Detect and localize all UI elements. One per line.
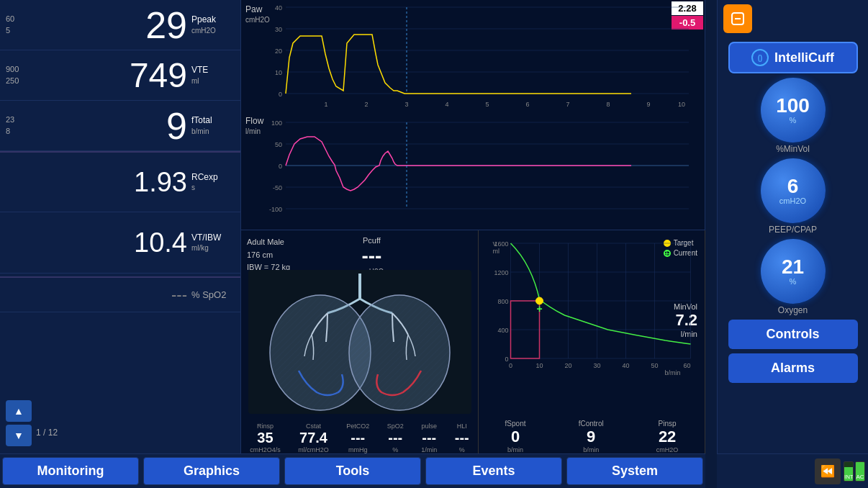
svg-text:40: 40: [275, 4, 282, 12]
vte-row: 900 250 749 VTE ml: [0, 50, 240, 101]
tools-nav-button[interactable]: Tools: [284, 457, 421, 485]
svg-text:30: 30: [593, 362, 600, 369]
vq-svg: 1600 1200 800 400 0 0 10 20 30 40 50 60 …: [484, 236, 699, 409]
svg-text:0: 0: [505, 356, 508, 363]
intelli-icon: (): [751, 49, 769, 66]
peep-value: 6: [787, 176, 799, 196]
ppeak-limits: 60 5: [6, 14, 33, 36]
fspont-stat: fSpont 0 b/min: [505, 420, 526, 453]
intelli-cuff-label: IntelliCuff: [774, 50, 834, 65]
svg-text:400: 400: [497, 327, 508, 334]
ftotal-limits: 23 8: [6, 114, 33, 137]
svg-text:9: 9: [646, 101, 650, 108]
vtibw-value: 10.4: [33, 229, 191, 256]
battery-area: INT AC: [844, 461, 865, 482]
svg-text:b/min: b/min: [664, 369, 680, 376]
flow-label: Flow: [245, 116, 263, 126]
pct-minvol-group: 100 % %MinVol: [761, 78, 826, 154]
left-vitals-panel: 60 5 29 Ppeak cmH2O 900 250 749 VTE ml 2…: [0, 0, 241, 453]
svg-text:1200: 1200: [494, 269, 508, 276]
svg-text:0: 0: [279, 91, 282, 98]
svg-text:2: 2: [364, 101, 368, 108]
rewind-button[interactable]: ⏪: [815, 458, 841, 484]
page-indicator: 1 / 12: [36, 428, 58, 438]
spo2-value: ---: [33, 286, 191, 304]
intelli-cuff-button[interactable]: () IntelliCuff: [728, 42, 858, 73]
svg-text:7: 7: [566, 101, 569, 108]
vq-panel: Target + Current MinVol 7.2 l/min: [479, 230, 705, 459]
alarms-button[interactable]: Alarms: [728, 353, 858, 383]
bottom-right-controls: ⏪ INT AC: [717, 453, 868, 488]
svg-text:6: 6: [525, 101, 529, 108]
device-icon-area: [723, 4, 752, 33]
svg-text:-50: -50: [273, 184, 282, 191]
pcuff-label: Pcuff: [360, 236, 384, 245]
svg-text:0: 0: [279, 163, 282, 170]
spo2-stat: SpO2 --- %: [387, 423, 404, 453]
oxygen-unit: %: [790, 277, 797, 286]
system-nav-button[interactable]: System: [566, 457, 703, 485]
vte-limits: 900 250: [6, 64, 33, 86]
lung-illustration: [248, 270, 471, 414]
lung-panel: Adult Male 176 cm IBW = 72 kg Pcuff --- …: [241, 230, 479, 459]
patient-info: Adult Male 176 cm IBW = 72 kg: [247, 236, 290, 274]
battery-bar-2: AC: [855, 461, 865, 482]
page-down-button[interactable]: ▼: [6, 425, 32, 446]
svg-text:4: 4: [445, 101, 448, 108]
hli-stat: HLI --- %: [455, 423, 469, 453]
cstat-stat: Cstat 77.4 ml/cmH2O: [298, 423, 329, 453]
rinsp-stat: Rinsp 35 cmH2O4/s: [250, 423, 281, 453]
rcexp-unit: RCexp s: [191, 171, 235, 194]
ppeak-value: 29: [33, 6, 191, 44]
svg-text:5: 5: [485, 101, 489, 108]
monitoring-nav-button[interactable]: Monitoring: [2, 457, 139, 485]
peep-unit: cmH2O: [779, 196, 806, 205]
page-up-button[interactable]: ▲: [6, 400, 32, 422]
controls-button[interactable]: Controls: [728, 320, 858, 349]
vte-value: 749: [33, 58, 191, 93]
spo2-row: --- % SpO2: [0, 276, 240, 312]
oxygen-circle[interactable]: 21 %: [761, 239, 826, 304]
svg-text:100: 100: [271, 119, 282, 127]
device-icon[interactable]: [723, 4, 752, 33]
pulse-stat: pulse --- 1/min: [421, 423, 437, 453]
events-nav-button[interactable]: Events: [425, 457, 562, 485]
svg-text:ml: ml: [493, 248, 500, 255]
ppeak-row: 60 5 29 Ppeak cmH2O: [0, 0, 240, 50]
peep-circle[interactable]: 6 cmH2O: [761, 158, 826, 223]
vtibw-row: 10.4 VT/IBW ml/kg: [0, 212, 240, 274]
svg-text:V: V: [493, 240, 497, 248]
svg-text:8: 8: [606, 101, 610, 108]
patient-type: Adult Male: [247, 236, 290, 249]
pct-minvol-circle[interactable]: 100 %: [761, 78, 826, 143]
peep-group: 6 cmH2O PEEP/CPAP: [761, 158, 826, 235]
waveform-area: 2.28 -0.5 Paw cmH2O 40 30 20 10 0 1 2 3 …: [241, 0, 705, 230]
pinsp-stat: Pinsp 22 cmH2O: [656, 420, 679, 453]
oxygen-value: 21: [782, 257, 804, 277]
patient-height: 176 cm: [247, 249, 290, 262]
nav-arrows: ▲ ▼: [6, 400, 32, 446]
svg-text:60: 60: [683, 362, 690, 369]
vte-unit: VTE ml: [191, 64, 235, 86]
svg-text:50: 50: [275, 141, 282, 148]
oxygen-group: 21 % Oxygen: [761, 239, 826, 315]
right-panel: () IntelliCuff 100 % %MinVol 6 cmH2O PEE…: [717, 0, 868, 459]
pct-minvol-label: %MinVol: [776, 144, 810, 154]
petco2-stat: PetCO2 --- mmHg: [346, 423, 369, 453]
svg-text:1: 1: [324, 101, 327, 108]
ftotal-value: 9: [33, 107, 191, 145]
oxygen-label: Oxygen: [778, 305, 808, 315]
vq-chart-area: 1600 1200 800 400 0 0 10 20 30 40 50 60 …: [484, 236, 699, 409]
bottom-nav: Monitoring Graphics Tools Events System: [0, 453, 705, 488]
rcexp-value: 1.93: [33, 168, 191, 196]
flow-svg: 100 50 0 -50 -100: [241, 112, 705, 230]
svg-text:10: 10: [535, 362, 543, 369]
vtibw-unit: VT/IBW ml/kg: [191, 232, 235, 254]
svg-text:50: 50: [651, 362, 658, 369]
svg-text:30: 30: [275, 26, 282, 33]
ftotal-row: 23 8 9 fTotal b/min: [0, 101, 240, 151]
pcuff-value: ---: [360, 245, 384, 268]
graphics-nav-button[interactable]: Graphics: [143, 457, 280, 485]
svg-text:40: 40: [622, 362, 629, 369]
pct-minvol-value: 100: [776, 96, 810, 116]
